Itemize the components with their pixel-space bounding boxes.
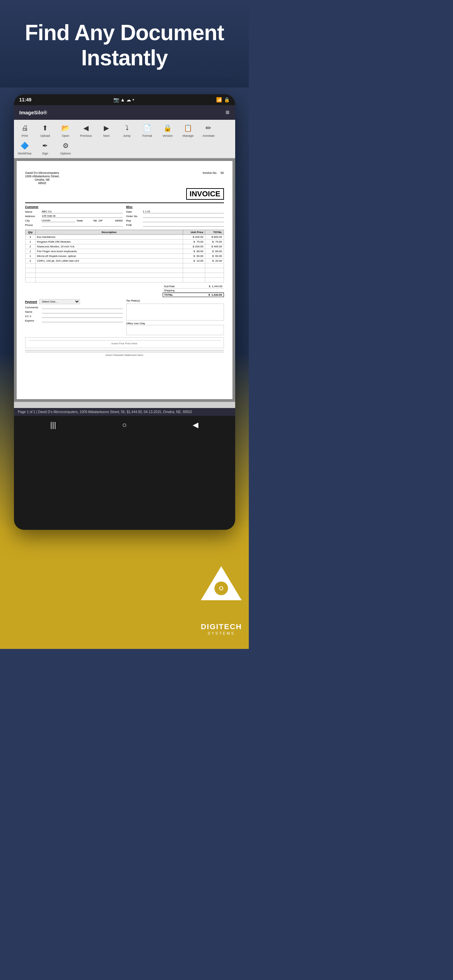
customer-name-row: Name ABC Co. <box>25 210 123 213</box>
toolbar-annotate[interactable]: ✏ Annotate <box>199 121 219 139</box>
nav-back[interactable]: ◀ <box>186 419 205 431</box>
misc-section: Misc Date 1 1 01 Order No. Rep <box>126 205 224 228</box>
customer-label: Customer <box>25 205 123 208</box>
nav-recent[interactable]: ||| <box>44 419 63 431</box>
logo-graphic <box>201 566 242 602</box>
customer-phone-label: Phone <box>25 224 40 227</box>
company-info: David D's Microcomputers 1009 Abbatantuo… <box>25 171 60 185</box>
cc-value <box>42 314 123 318</box>
expires-label: Expires <box>25 319 40 322</box>
row5-qty: 1 <box>25 254 35 259</box>
row2-desc: Kingstun RAM 256 Modules <box>35 240 183 244</box>
customer-state-value: NE <box>93 219 97 222</box>
misc-order-value <box>143 215 224 218</box>
customer-phone-row: Phone <box>25 223 123 227</box>
row3-qty: 2 <box>25 244 35 249</box>
print-icon: 🖨 <box>19 123 30 134</box>
col-header-total: TOTAL <box>205 230 224 235</box>
row5-total: $ 60.00 <box>205 254 224 259</box>
row2-total: $ 75.00 <box>205 240 224 244</box>
table-row: 2 CDR's, 100 pk, 32X LitNin fast cd's $ … <box>25 259 224 263</box>
toolbar-next-nav[interactable]: ▶ Next <box>96 121 117 139</box>
customer-city-label: City <box>25 219 40 222</box>
format-icon: 📄 <box>142 123 153 134</box>
toolbar-upload[interactable]: ⬆ Upload <box>35 121 56 139</box>
row6-desc: CDR's, 100 pk, 32X LitNin fast cd's <box>35 259 183 263</box>
annotate-label: Annotate <box>202 134 215 137</box>
empty-row-2 <box>25 268 224 273</box>
row1-price: $ 200.00 <box>183 235 205 240</box>
status-icons: 📷 ▲ ☁ • <box>113 97 134 102</box>
toolbar-print[interactable]: 🖨 Print <box>14 121 35 139</box>
table-row: 1 MicroLoft Stupidi-mouse, optical. $ 60… <box>25 254 224 259</box>
row2-qty: 1 <box>25 240 35 244</box>
print-label: Print <box>21 134 28 137</box>
empty-row-4 <box>25 278 224 282</box>
row1-qty: 4 <box>25 235 35 240</box>
toolbar-options[interactable]: ⚙ Options <box>56 139 76 156</box>
payment-select[interactable]: Select One... <box>39 299 80 304</box>
misc-rep-row: Rep <box>126 219 224 222</box>
sign-label: Sign <box>42 152 48 155</box>
customer-state-label: State <box>76 219 92 222</box>
fine-print-section: Insert Fine Print Here <box>25 337 224 348</box>
total-value: $ 1,444.00 <box>202 293 222 296</box>
toolbar-version[interactable]: 🔒 Version <box>157 121 178 139</box>
toolbar-sign[interactable]: ✒ Sign <box>35 139 56 156</box>
format-label: Format <box>142 134 152 137</box>
misc-rep-label: Rep <box>126 219 141 222</box>
totals-table: SubTotal $ 1,444.00 Shipping TOTAL $ 1,4… <box>163 285 224 297</box>
invoice-document: David D's Microcomputers 1009 Abbatantuo… <box>17 161 232 399</box>
customer-section: Customer Name ABC Co. Address 135 Odd St… <box>25 205 123 228</box>
next-nav-icon: ▶ <box>101 123 112 134</box>
toolbar-open[interactable]: 📂 Open <box>56 121 76 139</box>
company-name: David D's Microcomputers <box>25 171 60 175</box>
hero-title: Find Any Document Instantly <box>14 21 235 70</box>
invoice-number-section: Invoice No. 56 <box>203 171 224 175</box>
toolbar-format[interactable]: 📄 Format <box>137 121 157 139</box>
status-bottom: Page 1 of 1 | David D's Microcomputers, … <box>14 408 235 416</box>
row4-price: $ 89.00 <box>183 249 205 254</box>
row6-qty: 2 <box>25 259 35 263</box>
comments-row: Comments <box>25 305 123 309</box>
hamburger-menu[interactable]: ≡ <box>226 108 230 116</box>
subtotal-row: SubTotal $ 1,444.00 <box>163 285 224 288</box>
invoice-no-label: Invoice No. <box>203 171 218 175</box>
toolbar-previous-nav[interactable]: ◀ Previous <box>76 121 96 139</box>
upload-icon: ⬆ <box>40 123 51 134</box>
company-city: Omaha, NE <box>25 178 60 181</box>
total-row: TOTAL $ 1,444.00 <box>163 293 224 297</box>
customer-city-value: Lincoln <box>42 219 76 222</box>
jump-icon: ⤵ <box>121 123 132 134</box>
logo-circle <box>215 582 228 595</box>
customer-misc-section: Customer Name ABC Co. Address 135 Odd St… <box>25 205 224 228</box>
misc-fob-value <box>143 223 224 227</box>
scrollbar-area[interactable] <box>14 402 235 408</box>
jump-label: Jump <box>123 134 130 137</box>
toolbar-workflow[interactable]: 🔷 WorkFlow <box>14 139 35 156</box>
total-label: TOTAL <box>164 293 173 296</box>
invoice-divider <box>25 202 224 203</box>
version-label: Version <box>162 134 173 137</box>
col-header-desc: Description <box>35 230 183 235</box>
logo-triangle <box>201 566 242 600</box>
toolbar: 🖨 Print ⬆ Upload 📂 Open ◀ Previous ▶ Nex… <box>14 120 235 158</box>
workflow-label: WorkFlow <box>18 152 32 155</box>
farewell-text: Insert Farewell Statement Here <box>25 353 224 356</box>
nav-bar: ||| ○ ◀ <box>14 416 235 434</box>
status-right-icons: 📶 🔒 <box>216 97 230 102</box>
col-header-qty: Qty <box>25 230 35 235</box>
empty-row-1 <box>25 263 224 268</box>
logo-svg <box>216 583 226 593</box>
toolbar-jump[interactable]: ⤵ Jump <box>117 121 137 139</box>
shipping-label: Shipping <box>164 289 175 292</box>
hero-section: Find Any Document Instantly <box>0 0 249 88</box>
toolbar-manage[interactable]: 📋 Manage <box>178 121 199 139</box>
table-row: 1 Fire Finger nice-touch keyboards $ 89.… <box>25 249 224 254</box>
misc-date-value: 1 1 01 <box>143 210 224 213</box>
misc-fob-label: FOB <box>126 224 141 227</box>
nav-home[interactable]: ○ <box>115 419 134 431</box>
customer-zip-label: ZIP <box>99 219 114 222</box>
table-row: 2 GlareLess Monitor, 19 inch V.A. $ 200.… <box>25 244 224 249</box>
logo-inner <box>211 578 231 598</box>
